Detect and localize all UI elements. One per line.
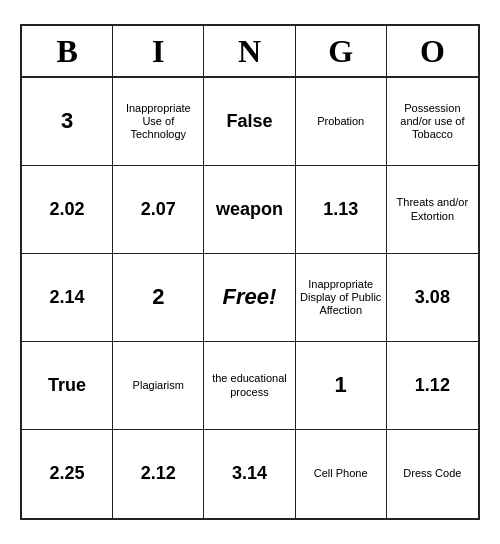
grid-cell: 3.08 [387,254,478,342]
header-letter: N [204,26,295,76]
grid-cell: 2.14 [22,254,113,342]
grid-cell: False [204,78,295,166]
grid-cell: Plagiarism [113,342,204,430]
grid-cell: 1.12 [387,342,478,430]
grid-cell: Probation [296,78,387,166]
grid-cell: 2.02 [22,166,113,254]
grid-cell: 2.07 [113,166,204,254]
header-letter: B [22,26,113,76]
grid-cell: weapon [204,166,295,254]
grid-cell: Inappropriate Display of Public Affectio… [296,254,387,342]
header-letter: O [387,26,478,76]
grid-cell: Threats and/or Extortion [387,166,478,254]
grid-cell: 3 [22,78,113,166]
header-letter: G [296,26,387,76]
bingo-header: BINGO [22,26,478,78]
grid-cell: 1 [296,342,387,430]
grid-cell: the educational process [204,342,295,430]
grid-cell: 2 [113,254,204,342]
grid-cell: Inappropriate Use of Technology [113,78,204,166]
grid-cell: Possession and/or use of Tobacco [387,78,478,166]
grid-cell: 2.25 [22,430,113,518]
grid-cell: 2.12 [113,430,204,518]
grid-cell: Free! [204,254,295,342]
grid-cell: 1.13 [296,166,387,254]
grid-cell: Dress Code [387,430,478,518]
header-letter: I [113,26,204,76]
grid-cell: True [22,342,113,430]
grid-cell: Cell Phone [296,430,387,518]
bingo-grid: 3Inappropriate Use of TechnologyFalsePro… [22,78,478,518]
bingo-card: BINGO 3Inappropriate Use of TechnologyFa… [20,24,480,520]
grid-cell: 3.14 [204,430,295,518]
